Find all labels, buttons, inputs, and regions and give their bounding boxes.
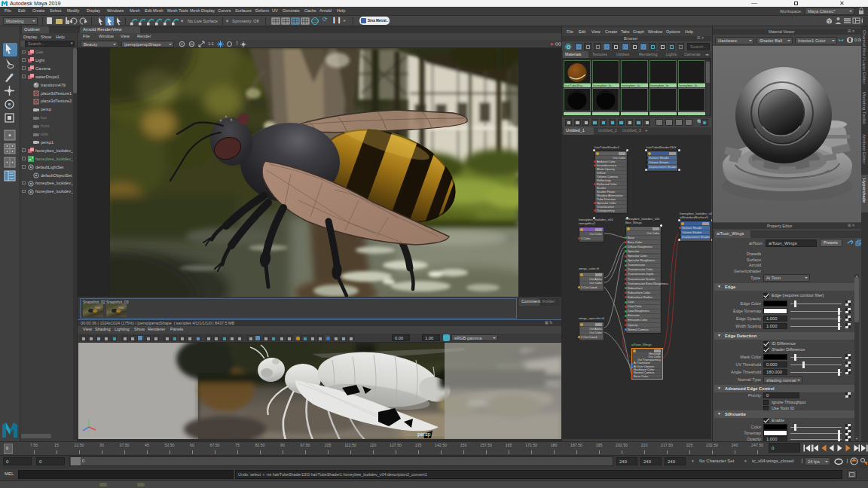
svg-text:persp: persp xyxy=(417,432,431,438)
